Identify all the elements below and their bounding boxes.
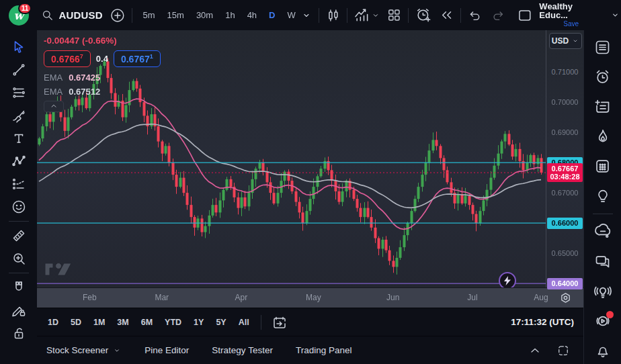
bar-replay-icon[interactable] [439,7,454,23]
interval-5m[interactable]: 5m [138,7,160,23]
undo-icon[interactable] [467,8,482,23]
ideas-icon[interactable] [589,183,616,209]
fib-lines-tool[interactable] [6,81,32,104]
month-label-Apr: Apr [235,293,248,302]
range-1D[interactable]: 1D [42,314,64,330]
sell-button[interactable]: 0.67667 [44,50,91,67]
drawing-mode-lock-tool[interactable] [6,299,32,322]
last-price-label[interactable]: 0.6766703:48:28 [547,163,583,182]
buy-button[interactable]: 0.67671 [114,50,161,67]
cursor-tool[interactable] [6,36,32,58]
interval-1h[interactable]: 1h [220,7,239,23]
redo-icon[interactable] [491,8,506,23]
level-price-label[interactable]: 0.66000 [547,218,583,229]
symbol-name: AUDUSD [58,9,102,21]
price-chart-canvas[interactable] [37,30,546,287]
range-5Y[interactable]: 5Y [210,314,231,330]
chevron-down-icon [112,346,122,355]
month-label-Aug: Aug [534,293,548,302]
alerts-icon[interactable] [589,64,616,90]
axis-settings-gear-icon[interactable] [558,291,573,305]
divider [132,8,132,23]
search-icon [41,9,54,21]
private-chat-icon[interactable] [589,248,616,275]
watchlist-icon[interactable] [589,34,616,60]
price-tick: 0.65000 [546,248,583,258]
quick-action-lightning-button[interactable] [499,272,516,287]
account-chevron-icon[interactable] [610,9,621,21]
range-6M[interactable]: 6M [136,314,158,330]
brush-tool[interactable] [6,104,32,127]
clock[interactable]: 17:11:32 (UTC) [511,317,578,327]
range-3M[interactable]: 3M [112,314,134,330]
range-5D[interactable]: 5D [65,314,87,330]
text-tool[interactable] [6,127,32,150]
tab-stock-screener[interactable]: Stock Screener [46,345,122,355]
live-streams-icon[interactable] [589,278,616,304]
magnet-tool[interactable] [6,276,32,299]
hotlists-icon[interactable] [589,124,616,150]
month-label-Mar: Mar [155,293,169,302]
streams-icon[interactable] [589,308,616,334]
bottom-panel-bar: Stock Screener Pine Editor Strategy Test… [37,336,583,364]
month-label-Jul: Jul [467,293,477,302]
interval-15m[interactable]: 15m [163,7,189,23]
currency-dropdown[interactable]: USD [549,33,582,49]
level-price-label[interactable]: 0.64000 [547,278,583,289]
divider [408,8,409,23]
notification-badge: 11 [18,3,32,14]
interval-4h[interactable]: 4h [243,7,261,23]
forecast-tool[interactable] [6,173,32,195]
range-group: 1D5D1M3M6MYTD1Y5YAll [42,314,255,330]
interval-chevron-icon[interactable] [300,9,313,21]
layout-grid-icon[interactable] [386,7,402,23]
tab-pine-editor[interactable]: Pine Editor [144,345,189,355]
price-axis[interactable]: USD 0.710000.700000.690000.670000.650000… [546,30,583,287]
indicators-icon[interactable] [354,7,370,24]
go-to-date-icon[interactable] [272,314,288,330]
price-tick: 0.69000 [546,128,583,137]
save-layout-icon[interactable] [517,7,533,24]
calendar-icon[interactable] [589,153,616,179]
account-menu[interactable]: Wealthy Educ... Save [539,2,603,28]
interval-D[interactable]: D [264,7,280,23]
interval-group: 5m15m30m1h4hDW [138,7,300,23]
time-axis[interactable]: FebMarAprMayJunJulAug [37,287,583,308]
trend-line-tool[interactable] [6,58,32,81]
price-tick: 0.71000 [546,67,583,77]
maximize-panel-icon[interactable] [556,344,570,357]
legend-collapse-button[interactable] [44,101,64,112]
last-price: 0.67667 [547,165,583,173]
notes-icon[interactable] [589,93,616,120]
pattern-tool[interactable] [6,150,32,173]
divider [347,8,347,23]
ruler-tool[interactable] [6,224,32,247]
drawing-toolbar [0,30,37,364]
divider [9,221,29,222]
chat-icon[interactable] [589,219,616,245]
alert-plus-icon[interactable] [415,7,431,24]
candle-style-icon[interactable] [325,7,341,24]
range-1Y[interactable]: 1Y [188,314,209,330]
tab-strategy-tester[interactable]: Strategy Tester [212,345,273,355]
range-All[interactable]: All [233,314,255,330]
tab-trading-panel[interactable]: Trading Panel [296,345,352,355]
panel-expand-chevron-icon[interactable] [528,344,542,357]
zoom-in-tool[interactable] [6,247,32,270]
chart-pane[interactable]: -0.00447 (-0.66%) 0.67667 0.4 0.67671 EM… [37,30,546,287]
logo-wrap[interactable]: w 11 [0,5,37,26]
tradingview-watermark [44,259,73,279]
add-symbol-icon[interactable] [110,7,126,24]
lock-all-tool[interactable] [6,322,32,345]
top-toolbar: w 11 AUDUSD 5m15m30m1h4hDW Wealthy Educ.… [0,0,621,30]
symbol-search-button[interactable]: AUDUSD [37,9,109,21]
interval-30m[interactable]: 30m [192,7,218,23]
notifications-icon[interactable] [589,338,616,364]
interval-W[interactable]: W [283,7,300,23]
indicators-chevron-icon[interactable] [370,10,381,21]
range-YTD[interactable]: YTD [159,314,187,330]
emoji-tool[interactable] [6,195,32,218]
price-tick: 0.67000 [546,188,583,197]
range-1M[interactable]: 1M [88,314,110,330]
save-link[interactable]: Save [563,19,579,28]
